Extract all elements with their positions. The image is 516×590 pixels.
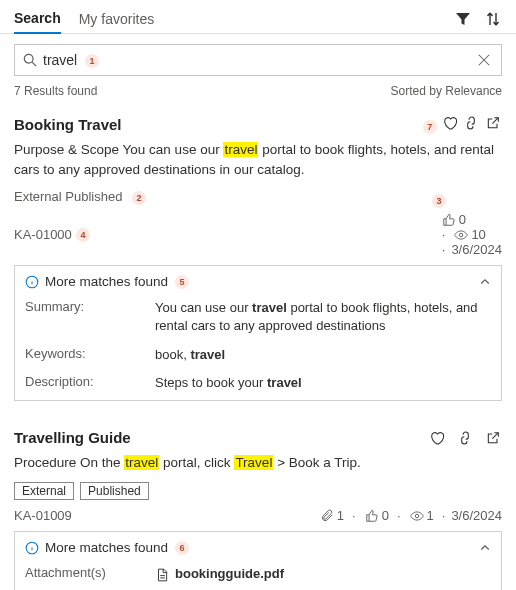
result-snippet: Purpose & Scope You can use our travel p… <box>14 140 502 179</box>
result-badges: External Published 2 <box>14 189 122 204</box>
chevron-up-icon <box>479 276 491 288</box>
callout-3: 3 <box>432 194 446 208</box>
favorite-icon[interactable] <box>441 114 459 132</box>
callout-2: 2 <box>132 191 146 205</box>
copy-link-icon[interactable] <box>456 429 474 447</box>
keywords-label: Keywords: <box>25 346 155 364</box>
search-icon <box>23 53 37 67</box>
description-value: Steps to book your travel <box>155 374 491 392</box>
result-snippet: Procedure On the travel portal, click Tr… <box>14 453 502 473</box>
search-area: 1 <box>0 34 516 82</box>
views-icon: 10 <box>442 227 502 242</box>
callout-1: 1 <box>85 54 99 68</box>
badge-external: External <box>14 189 62 204</box>
svg-point-1 <box>460 233 464 237</box>
tab-bar: Search My favorites <box>0 0 516 34</box>
description-label: Description: <box>25 374 155 392</box>
svg-point-0 <box>24 54 33 63</box>
sort-icon[interactable] <box>484 10 502 28</box>
views-icon: 1 <box>397 508 434 523</box>
tab-favorites[interactable]: My favorites <box>79 5 154 33</box>
summary-label: Summary: <box>25 299 155 335</box>
article-id: KA-01009 <box>14 508 72 523</box>
more-matches-panel: More matches found 6 Attachment(s) booki… <box>14 531 502 590</box>
search-input[interactable] <box>43 52 469 68</box>
attachments-value[interactable]: bookingguide.pdf <box>155 565 491 583</box>
article-id: KA-01000 <box>14 227 72 242</box>
result-date: 3/6/2024 <box>442 242 502 257</box>
filter-icon[interactable] <box>454 10 472 28</box>
file-icon <box>155 568 169 582</box>
tab-search[interactable]: Search <box>14 4 61 34</box>
attachments-label: Attachment(s) <box>25 565 155 583</box>
result-title[interactable]: Booking Travel <box>14 116 122 133</box>
result-item: Travelling Guide Procedure On the travel… <box>0 419 516 590</box>
result-date: 3/6/2024 <box>442 508 502 523</box>
more-matches-panel: More matches found 5 Summary: You can us… <box>14 265 502 401</box>
open-external-icon[interactable] <box>484 429 502 447</box>
open-external-icon[interactable] <box>484 114 502 132</box>
attachment-icon[interactable]: 1 <box>320 508 344 523</box>
callout-4: 4 <box>76 228 90 242</box>
copy-link-icon[interactable] <box>462 114 480 132</box>
info-icon <box>25 275 39 289</box>
highlight: travel <box>124 455 159 470</box>
svg-point-3 <box>415 514 419 518</box>
results-count: 7 Results found <box>14 84 97 98</box>
more-matches-toggle[interactable]: More matches found 6 <box>25 540 491 555</box>
thumbs-up-icon[interactable]: 0 <box>442 212 502 227</box>
badge-published: Published <box>80 482 149 500</box>
search-box[interactable]: 1 <box>14 44 502 76</box>
results-meta: 7 Results found Sorted by Relevance <box>0 82 516 104</box>
sort-label: Sorted by Relevance <box>391 84 502 98</box>
info-icon <box>25 541 39 555</box>
clear-search-icon[interactable] <box>475 51 493 69</box>
callout-7: 7 <box>423 120 437 134</box>
summary-value: You can use our travel portal to book fl… <box>155 299 491 335</box>
keywords-value: book, travel <box>155 346 491 364</box>
favorite-icon[interactable] <box>428 429 446 447</box>
badge-published: Published <box>65 189 122 204</box>
badge-external: External <box>14 482 74 500</box>
result-badges: External Published <box>14 482 502 500</box>
chevron-up-icon <box>479 542 491 554</box>
result-item: Booking Travel 7 Purpose & Scope You can… <box>0 104 516 409</box>
highlight: Travel <box>234 455 273 470</box>
callout-6: 6 <box>175 541 189 555</box>
thumbs-up-icon[interactable]: 0 <box>352 508 389 523</box>
result-title[interactable]: Travelling Guide <box>14 429 131 446</box>
more-matches-toggle[interactable]: More matches found 5 <box>25 274 491 289</box>
callout-5: 5 <box>175 275 189 289</box>
highlight: travel <box>223 142 258 157</box>
